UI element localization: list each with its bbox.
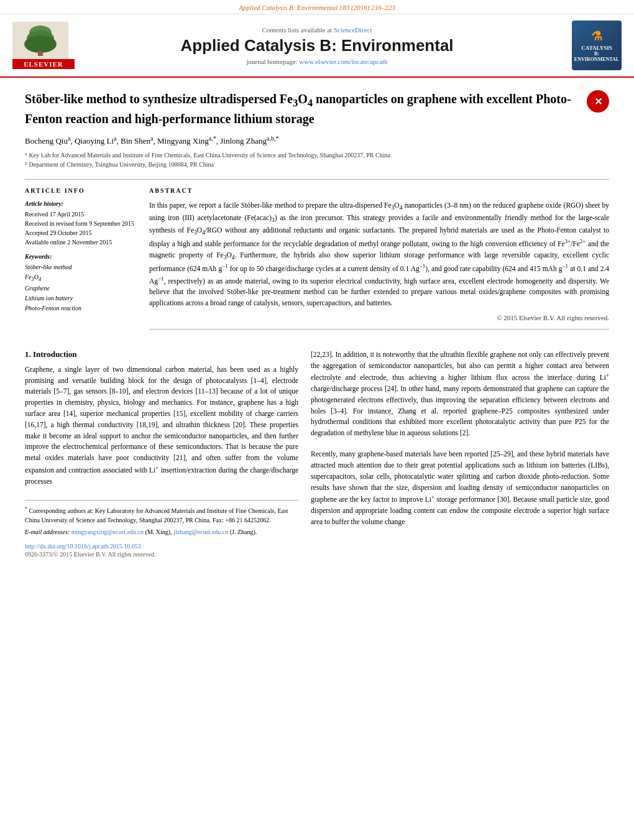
article-body: Stöber-like method to synthesize ultradi… [0,78,634,570]
journal-center: Contents lists available at ScienceDirec… [75,26,559,65]
keywords-heading: Keywords: [25,253,137,260]
intro-para2: [22,23]. In addition, it is noteworthy t… [311,349,609,439]
journal-citation-bar: Applied Catalysis B: Environmental 183 (… [0,0,634,14]
left-column: 1. Introduction Graphene, a single layer… [25,349,298,558]
keyword-3: Graphene [25,284,137,293]
citation-text: Applied Catalysis B: Environmental 183 (… [239,4,395,11]
revised-date: Received in revised form 9 September 201… [25,219,137,228]
available-date: Available online 2 November 2015 [25,238,137,247]
crossmark-badge: ✕ [587,90,609,113]
journal-homepage: journal homepage: www.elsevier.com/locat… [75,58,559,65]
catalysis-sub: B: ENVIRONMENTAL [574,51,619,62]
journal-homepage-link[interactable]: www.elsevier.com/locate/apcatb [299,58,387,65]
copyright: © 2015 Elsevier B.V. All rights reserved… [149,314,609,330]
sciencedirect-line: Contents lists available at ScienceDirec… [75,26,559,34]
history-heading: Article history: [25,200,137,207]
email1-name: M. Xing [147,528,168,535]
keyword-5: Photo-Fenton reaction [25,303,137,313]
journal-logo-right: ⚗ CATALYSIS B: ENVIRONMENTAL [559,21,622,70]
keyword-4: Lithium ion battery [25,293,137,303]
article-info-heading: Article Info [25,187,137,194]
keyword-2: Fe3O4 [25,272,137,284]
issn-line: 0926-3373/© 2015 Elsevier B.V. All right… [25,551,298,558]
sciencedirect-link[interactable]: ScienceDirect [334,26,372,34]
accepted-date: Accepted 29 October 2015 [25,228,137,238]
intro-heading: 1. Introduction [25,349,298,359]
svg-point-3 [24,35,57,53]
keywords-section: Keywords: Stöber-like method Fe3O4 Graph… [25,253,137,313]
keyword-1: Stöber-like method [25,262,137,272]
title-section: Stöber-like method to synthesize ultradi… [25,90,609,127]
keywords-list: Stöber-like method Fe3O4 Graphene Lithiu… [25,262,137,313]
abstract-heading: Abstract [149,187,609,194]
abstract-text: In this paper, we report a facile Stöber… [149,200,609,309]
email2-name: J. Zhang [232,528,253,535]
affiliation-b: ᵇ Department of Chemistry, Tsinghua Univ… [25,160,609,169]
elsevier-text: ELSEVIER [12,59,75,69]
crossmark: ✕ [587,90,609,113]
doi-line: http://dx.doi.org/10.1016/j.apcatb.2015.… [25,543,298,550]
journal-title: Applied Catalysis B: Environmental [75,36,559,55]
footnote-emails: E-mail addresses: mingyangxing@ecust.edu… [25,527,298,537]
authors-line: Bocheng Qiua, Qiaoying Lia, Bin Shena, M… [25,135,609,146]
main-content: 1. Introduction Graphene, a single layer… [25,339,609,558]
catalysis-text: CATALYSIS [581,45,612,51]
abstract-section: Abstract In this paper, we report a faci… [149,187,609,330]
elsevier-logo: ELSEVIER [12,22,75,69]
email-mingyang[interactable]: mingyangxing@ecust.edu.cn [71,528,144,535]
intro-para1: Graphene, a single layer of two dimensio… [25,364,298,487]
article-history: Article history: Received 17 April 2015 … [25,200,137,247]
catalysis-icon: ⚗ [591,29,602,44]
article-info-panel: Article Info Article history: Received 1… [25,187,137,330]
article-title: Stöber-like method to synthesize ultradi… [25,90,577,127]
affiliations: ᵃ Key Lab for Advanced Materials and Ins… [25,150,609,169]
footnote-area: * Corresponding authors at: Key Laborato… [25,500,298,558]
footnote-corresponding: * Corresponding authors at: Key Laborato… [25,505,298,525]
right-column: [22,23]. In addition, it is noteworthy t… [311,349,609,558]
received-date: Received 17 April 2015 [25,210,137,219]
svg-rect-4 [38,51,43,56]
affiliation-a: ᵃ Key Lab for Advanced Materials and Ins… [25,150,609,160]
email-zhang[interactable]: jlzhang@ecust.edu.cn [173,528,228,535]
article-info-abstract: Article Info Article history: Received 1… [25,179,609,330]
elsevier-tree-image [12,22,68,59]
doi-link[interactable]: http://dx.doi.org/10.1016/j.apcatb.2015.… [25,543,141,550]
journal-header: ELSEVIER Contents lists available at Sci… [0,14,634,78]
catalysis-badge: ⚗ CATALYSIS B: ENVIRONMENTAL [572,21,622,70]
intro-para3: Recently, many graphene-based materials … [311,449,609,528]
